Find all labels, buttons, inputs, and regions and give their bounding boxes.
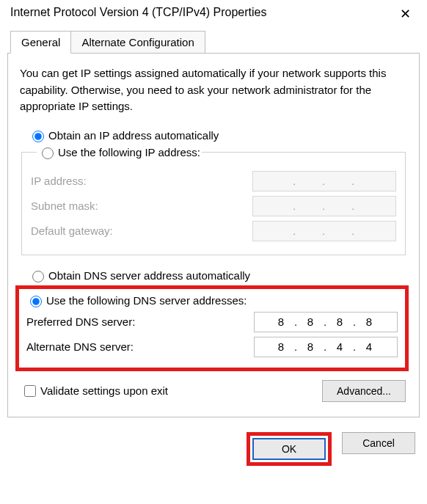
input-preferred-dns[interactable]: 8. 8. 8. 8: [254, 312, 398, 332]
tab-strip: General Alternate Configuration: [7, 31, 420, 54]
pref-dns-seg-3: 8: [359, 315, 381, 328]
label-gateway: Default gateway:: [31, 224, 252, 237]
tab-panel-general: You can get IP settings assigned automat…: [7, 54, 420, 417]
input-subnet: . . .: [252, 196, 396, 216]
input-ip-address: . . .: [252, 171, 396, 191]
ip-dot: .: [321, 200, 328, 212]
input-gateway: . . .: [252, 221, 396, 241]
highlight-ok-button: OK: [247, 432, 332, 466]
radio-use-following-ip-input[interactable]: [42, 147, 54, 159]
radio-obtain-dns-auto[interactable]: Obtain DNS server address automatically: [29, 269, 409, 282]
ip-dot: .: [291, 224, 299, 237]
ip-dot: .: [291, 175, 299, 187]
label-alternate-dns: Alternate DNS server:: [26, 340, 254, 353]
checkbox-validate-settings[interactable]: Validate settings upon exit: [21, 383, 168, 399]
window-title: Internet Protocol Version 4 (TCP/IPv4) P…: [10, 6, 266, 19]
pref-dns-seg-0: 8: [271, 315, 293, 328]
radio-obtain-ip-auto[interactable]: Obtain an IP address automatically: [29, 128, 409, 142]
checkbox-validate-settings-label: Validate settings upon exit: [40, 384, 168, 397]
ip-dot: .: [350, 200, 357, 212]
radio-use-following-ip[interactable]: Use the following IP address:: [38, 145, 200, 159]
ip-dot: .: [321, 224, 328, 237]
close-icon[interactable]: ✕: [394, 6, 417, 22]
ip-dot: .: [351, 315, 359, 328]
ip-dot: .: [321, 175, 328, 187]
alt-dns-seg-2: 4: [329, 340, 351, 353]
intro-text: You can get IP settings assigned automat…: [20, 65, 407, 115]
highlight-dns-settings: Use the following DNS server addresses: …: [15, 285, 409, 371]
ip-dot: .: [350, 224, 357, 237]
advanced-button[interactable]: Advanced...: [322, 380, 406, 402]
radio-obtain-ip-auto-label: Obtain an IP address automatically: [48, 129, 219, 142]
radio-use-following-dns-label: Use the following DNS server addresses:: [46, 294, 247, 307]
alt-dns-seg-3: 4: [359, 340, 381, 353]
ip-dot: .: [291, 200, 299, 212]
alt-dns-seg-1: 8: [300, 340, 322, 353]
ip-dot: .: [293, 340, 300, 353]
checkbox-validate-settings-input[interactable]: [24, 385, 36, 397]
radio-use-following-ip-label: Use the following IP address:: [58, 146, 200, 158]
ip-dot: .: [322, 340, 329, 353]
ip-dot: .: [351, 340, 359, 353]
pref-dns-seg-2: 8: [329, 315, 351, 328]
tab-alternate-configuration[interactable]: Alternate Configuration: [71, 31, 205, 53]
radio-use-following-dns[interactable]: Use the following DNS server addresses:: [26, 293, 398, 307]
radio-obtain-dns-auto-input[interactable]: [32, 271, 44, 282]
tab-general[interactable]: General: [10, 31, 71, 54]
radio-obtain-dns-auto-label: Obtain DNS server address automatically: [48, 269, 250, 282]
alt-dns-seg-0: 8: [271, 340, 293, 353]
ip-dot: .: [350, 175, 357, 187]
radio-use-following-dns-input[interactable]: [30, 296, 42, 307]
label-subnet: Subnet mask:: [31, 200, 252, 212]
cancel-button[interactable]: Cancel: [342, 432, 415, 454]
ok-button[interactable]: OK: [252, 438, 326, 460]
group-use-following-ip: Use the following IP address: IP address…: [21, 145, 406, 255]
input-alternate-dns[interactable]: 8. 8. 4. 4: [254, 337, 398, 357]
label-preferred-dns: Preferred DNS server:: [26, 315, 254, 328]
ip-dot: .: [322, 315, 329, 328]
radio-obtain-ip-auto-input[interactable]: [32, 131, 44, 142]
pref-dns-seg-1: 8: [300, 315, 322, 328]
label-ip-address: IP address:: [31, 175, 252, 187]
ip-dot: .: [293, 315, 300, 328]
